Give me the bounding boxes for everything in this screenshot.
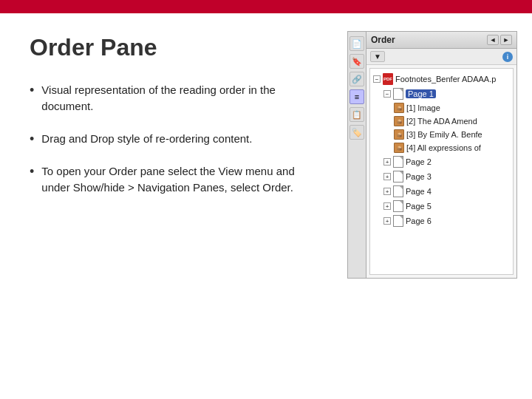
tree-item-1: 📦 [1] Image — [394, 101, 510, 115]
bullet-item-1: • Visual representation of the reading o… — [30, 82, 325, 115]
tree-item-icon-3: 📦 — [394, 129, 404, 140]
tree-item-3: 📦 [3] By Emily A. Benfe — [394, 128, 510, 141]
order-pane-titlebar: Order ◄ ► — [366, 32, 516, 49]
tree-page3-icon — [393, 171, 403, 183]
tree-page4-icon — [393, 185, 403, 197]
tree-item-2: 📦 [2] The ADA Amend — [394, 115, 510, 128]
tree-item-label-3: [3] By Emily A. Benfe — [406, 130, 482, 139]
tree-item-label-2: [2] The ADA Amend — [406, 117, 477, 126]
order-pane-toolbar-left: ▼ — [370, 51, 385, 62]
tree-page1-row: − Page 1 — [383, 86, 510, 101]
tree-page3-row: + Page 3 — [383, 169, 510, 184]
bullet-text-3: To open your Order pane select the View … — [41, 163, 325, 196]
sidebar-page-icon[interactable]: 📄 — [349, 36, 364, 51]
tree-page5-icon — [393, 200, 403, 212]
tree-item-label-4: [4] All expressions of — [406, 143, 481, 152]
order-pane-info-btn[interactable]: i — [502, 52, 513, 62]
tree-page6-row: + Page 6 — [383, 214, 510, 228]
tree-page2-row: + Page 2 — [383, 154, 510, 169]
tree-root-collapse[interactable]: − — [373, 75, 381, 83]
tree-page5-label: Page 5 — [406, 202, 432, 211]
top-bar — [0, 0, 532, 13]
tree-page3-label: Page 3 — [406, 172, 432, 181]
tree-root-row: − PDF Footnotes_Benfer ADAAA.p — [373, 72, 510, 86]
bullet-text-1: Visual representation of the reading ord… — [41, 82, 325, 115]
tree-page1-icon — [393, 88, 403, 100]
tree-item-icon-1: 📦 — [394, 103, 404, 113]
tree-item-icon-4: 📦 — [394, 143, 404, 153]
order-pane-toolbar: ▼ i — [366, 49, 516, 65]
bullet-text-2: Drag and Drop style of re-ordering conte… — [41, 131, 252, 147]
sidebar-link-icon[interactable]: 🔗 — [349, 72, 364, 86]
bullet-dot-3: • — [30, 164, 34, 180]
tree-page6-icon — [393, 215, 403, 227]
pane-sidebar: 📄 🔖 🔗 ≡ 📋 🏷️ — [347, 31, 366, 279]
bullet-dot-2: • — [30, 132, 34, 148]
tree-item-icon-2: 📦 — [394, 116, 404, 126]
sidebar-bookmark-icon[interactable]: 🔖 — [349, 54, 364, 69]
bullet-list: • Visual representation of the reading o… — [30, 82, 325, 196]
sidebar-content-icon[interactable]: 📋 — [349, 107, 364, 122]
tree-page4-row: + Page 4 — [383, 184, 510, 199]
tree-page2-icon — [393, 156, 403, 168]
order-pane-dropdown-btn[interactable]: ▼ — [370, 51, 385, 62]
tree-page2-expand[interactable]: + — [383, 158, 391, 166]
tree-page3-expand[interactable]: + — [383, 173, 391, 180]
bullet-item-3: • To open your Order pane select the Vie… — [30, 163, 325, 196]
tree-item-4: 📦 [4] All expressions of — [394, 141, 510, 154]
order-pane: Order ◄ ► ▼ i − — [366, 31, 517, 279]
tree-page1-label: Page 1 — [406, 89, 436, 98]
bullet-dot-1: • — [30, 83, 34, 99]
tree-item-label-1: [1] Image — [406, 103, 440, 112]
sidebar-order-icon[interactable]: ≡ — [349, 89, 364, 104]
tree-page6-label: Page 6 — [406, 216, 432, 225]
tree-page2-label: Page 2 — [406, 157, 432, 166]
page-title: Order Pane — [30, 34, 325, 61]
tree-page5-expand[interactable]: + — [383, 202, 391, 210]
tree-page6-expand[interactable]: + — [383, 217, 391, 225]
order-pane-fwd-btn[interactable]: ► — [500, 35, 512, 45]
tree-page1-collapse[interactable]: − — [383, 90, 391, 98]
tree-pdf-icon: PDF — [383, 73, 393, 85]
tree-page4-label: Page 4 — [406, 187, 432, 196]
tree-page5-row: + Page 5 — [383, 199, 510, 214]
sidebar-tags-icon[interactable]: 🏷️ — [349, 125, 364, 140]
bullet-item-2: • Drag and Drop style of re-ordering con… — [30, 131, 325, 148]
tree-page4-expand[interactable]: + — [383, 188, 391, 195]
tree-root-label: Footnotes_Benfer ADAAA.p — [395, 75, 496, 83]
order-pane-nav-buttons: ◄ ► — [487, 35, 512, 45]
order-pane-title: Order — [371, 35, 395, 45]
order-pane-back-btn[interactable]: ◄ — [487, 35, 499, 45]
order-pane-tree: − PDF Footnotes_Benfer ADAAA.p − Page 1 … — [369, 68, 514, 275]
